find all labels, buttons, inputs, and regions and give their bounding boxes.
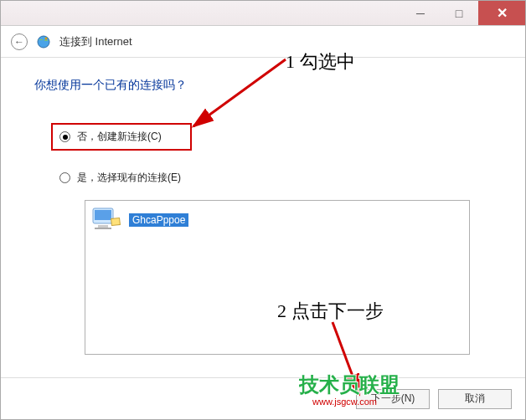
window-title: 连接到 Internet [59,34,132,49]
svg-rect-5 [95,228,111,229]
radio-icon [59,172,70,183]
connections-listbox[interactable]: GhcaPppoe [85,200,470,355]
svg-rect-4 [98,225,108,228]
wizard-header: ← 连接到 Internet [1,26,525,58]
back-arrow-icon: ← [14,36,24,48]
question-heading: 你想使用一个已有的连接吗？ [34,78,492,93]
content-area: 你想使用一个已有的连接吗？ 否，创建新连接(C) 是，选择现有的连接(E) Gh… [1,58,525,355]
svg-point-0 [38,36,49,48]
wizard-footer: 下一步(N) 取消 [1,377,525,419]
back-button[interactable]: ← [11,33,28,50]
cancel-button[interactable]: 取消 [438,389,512,409]
computer-icon [89,204,124,236]
close-button[interactable]: ✕ [478,1,525,25]
globe-icon [36,34,51,49]
svg-rect-3 [95,210,111,220]
next-button[interactable]: 下一步(N) [356,389,430,409]
radio-option-yes[interactable]: 是，选择现有的连接(E) [53,166,492,190]
radio-icon [59,131,70,142]
radio-option-no[interactable]: 否，创建新连接(C) [51,123,192,151]
minimize-button[interactable]: ─ [401,1,440,25]
connection-name: GhcaPppoe [129,213,188,227]
list-item[interactable]: GhcaPppoe [89,204,188,236]
maximize-button[interactable]: □ [440,1,478,25]
radio-label-yes: 是，选择现有的连接(E) [77,171,181,185]
radio-label-no: 否，创建新连接(C) [77,130,162,144]
svg-point-1 [45,37,48,39]
window-titlebar: ─ □ ✕ [1,1,525,26]
svg-rect-6 [111,218,121,225]
